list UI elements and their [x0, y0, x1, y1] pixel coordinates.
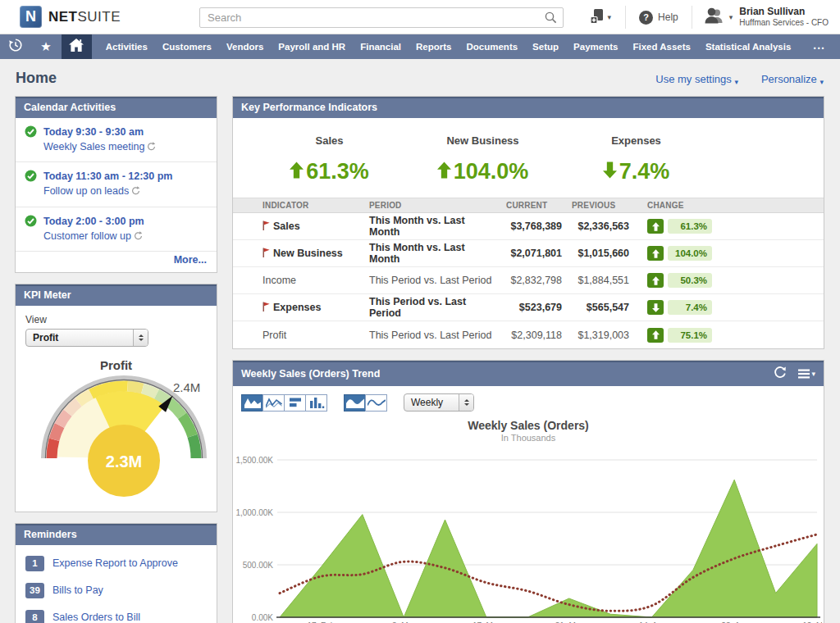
shortcuts-button[interactable]: ★ [30, 34, 61, 59]
help-icon: ? [639, 11, 653, 25]
kpi-highlight-value: 61.3% [306, 159, 369, 184]
indicator-change: 104.0% [647, 246, 824, 261]
indicator-current: $2,832,798 [496, 275, 562, 286]
indicator-current: $3,768,389 [496, 221, 562, 232]
reminders-panel: Reminders 1 Expense Report to Approve39 … [15, 523, 217, 623]
column-header: INDICATOR [262, 201, 369, 210]
gauge-title: Profit [25, 358, 207, 372]
calendar-event[interactable]: Today 9:30 - 9:30 am Weekly Sales meetin… [16, 118, 217, 162]
nav-tab-payroll-and-hr[interactable]: Payroll and HR [271, 34, 353, 59]
reminder-item[interactable]: 1 Expense Report to Approve [16, 550, 217, 577]
refresh-icon[interactable] [774, 366, 787, 381]
trend-chart: 0.00K500.00K1,000.00K1,500.00K17. Feb3. … [233, 446, 824, 623]
nav-more-button[interactable]: ... [798, 34, 840, 59]
reminder-item[interactable]: 8 Sales Orders to Bill [16, 604, 217, 623]
netsuite-logo-mark: N [20, 6, 42, 28]
reminder-label[interactable]: Expense Report to Approve [52, 557, 178, 569]
use-my-settings-link[interactable]: Use my settings ▾ [655, 73, 738, 85]
nav-tab-activities[interactable]: Activities [98, 34, 155, 59]
up-arrow-icon [290, 159, 304, 184]
home-tab[interactable] [62, 34, 92, 59]
indicator-change: 7.4% [647, 300, 824, 315]
indicator-change: 50.3% [647, 273, 824, 288]
kpi-panel: Key Performance Indicators Sales 61.3%Ne… [232, 96, 824, 349]
indicator-name: Income [262, 275, 296, 286]
up-arrow-badge-icon [647, 273, 664, 288]
chart-toolbar: Weekly [233, 386, 824, 417]
line-chart-button[interactable] [262, 394, 285, 412]
kpi-highlights: Sales 61.3%New Business 104.0%Expenses 7… [233, 118, 824, 198]
calendar-event[interactable]: Today 11:30 am - 12:30 pm Follow up on l… [16, 162, 217, 207]
svg-text:1,500.00K: 1,500.00K [235, 456, 273, 465]
chart-title: Weekly Sales (Orders) [233, 419, 824, 432]
line-chart-icon [266, 397, 282, 408]
smooth-area-chart-button[interactable] [344, 394, 366, 412]
calendar-more-link[interactable]: More... [16, 252, 217, 272]
nav-tab-vendors[interactable]: Vendors [219, 34, 271, 59]
kpi-meter-view-select[interactable]: Profit [25, 329, 148, 347]
column-chart-icon [308, 397, 325, 408]
event-name: Customer follow up [43, 229, 144, 243]
kpi-table-row[interactable]: Income This Period vs. Last Period $2,83… [233, 267, 824, 294]
nav-tab-payments[interactable]: Payments [566, 34, 625, 59]
calendar-activities-panel: Calendar Activities Today 9:30 - 9:30 am… [15, 96, 217, 273]
trend-panel-header: Weekly Sales (Orders) Trend ▾ [233, 361, 824, 386]
stacked-chart-button[interactable] [284, 394, 306, 412]
search-icon[interactable] [545, 11, 557, 27]
create-new-button[interactable]: ▾ [574, 7, 626, 28]
kpi-table-row[interactable]: New Business This Month vs. Last Month $… [233, 240, 824, 267]
page-title: Home [16, 70, 57, 87]
recent-records-button[interactable] [0, 34, 30, 59]
personalize-link[interactable]: Personalize ▾ [761, 73, 824, 85]
nav-tab-documents[interactable]: Documents [459, 34, 525, 59]
indicator-period: This Month vs. Last Month [369, 215, 496, 238]
kpi-table-row[interactable]: Expenses This Period vs. Last Period $52… [233, 294, 824, 321]
avatar-icon [704, 7, 725, 28]
kpi-highlight-label: New Business [406, 134, 559, 147]
kpi-table-row[interactable]: Profit This Period vs. Last Period $2,30… [233, 321, 824, 348]
reminder-label[interactable]: Sales Orders to Bill [52, 612, 140, 623]
reminder-count-badge: 8 [25, 610, 44, 623]
portlet-menu-icon[interactable]: ▾ [798, 369, 815, 379]
up-arrow-badge-icon [647, 328, 664, 343]
smooth-line-chart-button[interactable] [365, 394, 387, 412]
nav-tab-reports[interactable]: Reports [409, 34, 459, 59]
nav-tab-financial[interactable]: Financial [353, 34, 409, 59]
view-label: View [25, 314, 207, 325]
weekly-sales-trend-panel: Weekly Sales (Orders) Trend ▾ Weekly [232, 360, 824, 623]
period-select[interactable]: Weekly [404, 393, 474, 412]
column-header: CURRENT [496, 201, 562, 210]
kpi-table-row[interactable]: Sales This Month vs. Last Month $3,768,3… [233, 213, 824, 240]
main-column: Key Performance Indicators Sales 61.3%Ne… [232, 96, 824, 623]
reminder-item[interactable]: 39 Bills to Pay [16, 577, 217, 604]
nav-tab-fixed-assets[interactable]: Fixed Assets [625, 34, 698, 59]
global-search [199, 7, 564, 28]
kpi-meter-header: KPI Meter [16, 284, 217, 306]
area-chart-button[interactable] [241, 394, 263, 412]
indicator-name: New Business [273, 248, 343, 259]
page-head-links: Use my settings ▾ Personalize ▾ [655, 73, 824, 85]
kpi-highlight-value: 7.4% [619, 159, 670, 184]
user-menu[interactable]: ▾ Brian Sullivan Huffman Services - CFO [692, 6, 833, 29]
reminder-label[interactable]: Bills to Pay [52, 584, 103, 596]
svg-text:500.00K: 500.00K [243, 561, 274, 570]
gauge-max-label: 2.4M [173, 380, 200, 394]
column-chart-button[interactable] [305, 394, 327, 412]
search-input[interactable] [199, 7, 564, 28]
help-button[interactable]: ? Help [626, 11, 692, 25]
nav-tab-customers[interactable]: Customers [155, 34, 219, 59]
event-name: Weekly Sales meeting [43, 139, 156, 154]
nav-tab-setup[interactable]: Setup [525, 34, 566, 59]
calendar-event[interactable]: Today 2:00 - 3:00 pm Customer follow up [16, 207, 217, 252]
change-percent-badge: 75.1% [668, 328, 712, 343]
smooth-area-chart-icon [346, 397, 364, 408]
up-arrow-badge-icon [647, 246, 664, 261]
chevron-down-icon: ▾ [734, 78, 738, 86]
kpi-highlight-sales: Sales 61.3% [253, 134, 406, 184]
down-arrow-badge-icon [647, 300, 664, 315]
help-label: Help [658, 11, 678, 23]
column-header: CHANGE [629, 201, 824, 210]
indicator-previous: $1,015,660 [562, 248, 629, 259]
nav-tab-statistical-analysis[interactable]: Statistical Analysis [698, 34, 798, 59]
netsuite-logo[interactable]: N NETSUITE [20, 6, 121, 28]
